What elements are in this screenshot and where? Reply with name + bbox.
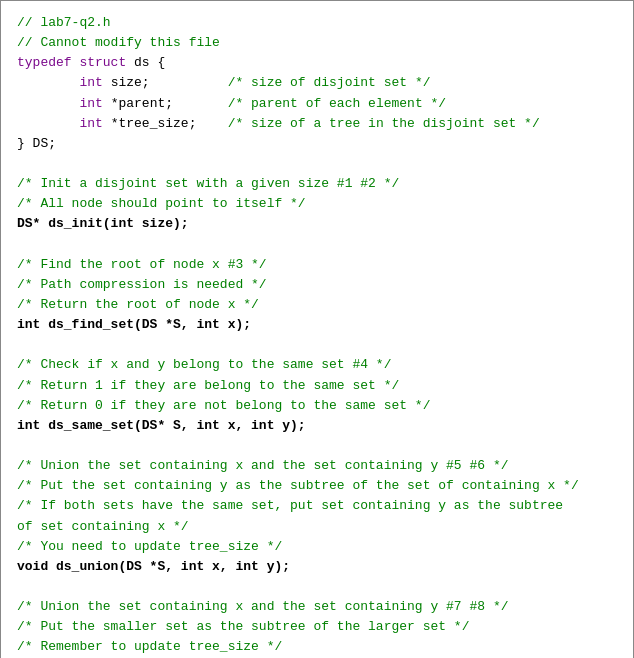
code-line: } DS; (17, 134, 617, 154)
code-line: int size; /* size of disjoint set */ (17, 73, 617, 93)
code-segment: size; (103, 75, 228, 90)
code-segment: typedef struct (17, 55, 126, 70)
code-segment (17, 75, 79, 90)
code-line: /* Find the root of node x #3 */ (17, 255, 617, 275)
code-line: /* Return 0 if they are not belong to th… (17, 396, 617, 416)
code-line: /* If both sets have the same set, put s… (17, 496, 617, 516)
code-line (17, 154, 617, 174)
code-segment: *parent; (103, 96, 228, 111)
code-line: // lab7-q2.h (17, 13, 617, 33)
code-line: int *parent; /* parent of each element *… (17, 94, 617, 114)
code-line: int ds_find_set(DS *S, int x); (17, 315, 617, 335)
code-line: /* Union the set containing x and the se… (17, 456, 617, 476)
code-segment: /* size of a tree in the disjoint set */ (228, 116, 540, 131)
code-line (17, 235, 617, 255)
code-line (17, 436, 617, 456)
code-segment (17, 116, 79, 131)
code-line: /* Check if x and y belong to the same s… (17, 355, 617, 375)
code-line: int ds_same_set(DS* S, int x, int y); (17, 416, 617, 436)
code-segment: ds { (126, 55, 165, 70)
code-line (17, 335, 617, 355)
code-line: /* Put the set containing y as the subtr… (17, 476, 617, 496)
code-line: // Cannot modify this file (17, 33, 617, 53)
code-line: /* All node should point to itself */ (17, 194, 617, 214)
code-line: /* You need to update tree_size */ (17, 537, 617, 557)
code-segment (17, 96, 79, 111)
code-segment: /* parent of each element */ (228, 96, 446, 111)
code-line: /* Return 1 if they are belong to the sa… (17, 376, 617, 396)
code-segment: int (79, 96, 102, 111)
code-line: /* Path compression is needed */ (17, 275, 617, 295)
code-line: of set containing x */ (17, 517, 617, 537)
code-line: /* Remember to update tree_size */ (17, 637, 617, 657)
code-line: /* Union the set containing x and the se… (17, 597, 617, 617)
code-line: typedef struct ds { (17, 53, 617, 73)
code-line (17, 577, 617, 597)
code-line: /* Init a disjoint set with a given size… (17, 174, 617, 194)
code-segment: *tree_size; (103, 116, 228, 131)
code-segment: int (79, 75, 102, 90)
code-line: /* Return the root of node x */ (17, 295, 617, 315)
code-line: /* Put the smaller set as the subtree of… (17, 617, 617, 637)
code-line: DS* ds_init(int size); (17, 214, 617, 234)
code-line: void ds_union(DS *S, int x, int y); (17, 557, 617, 577)
code-editor: // lab7-q2.h// Cannot modify this filety… (0, 0, 634, 658)
code-segment: /* size of disjoint set */ (228, 75, 431, 90)
code-segment: int (79, 116, 102, 131)
code-line: int *tree_size; /* size of a tree in the… (17, 114, 617, 134)
